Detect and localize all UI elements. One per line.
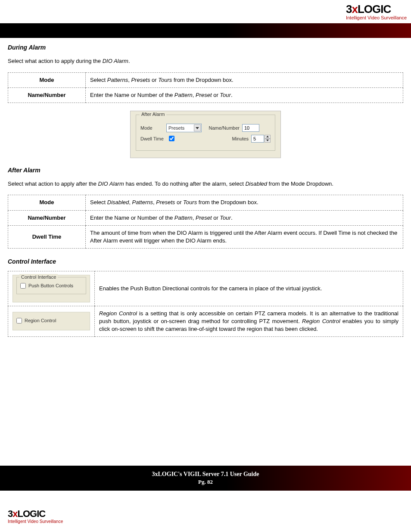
during-alarm-table: Mode Select Patterns, Presets or Tours f…	[8, 72, 403, 103]
after-alarm-table: Mode Select Disabled, Patterns, Presets …	[8, 195, 403, 249]
section-title-during-alarm: During Alarm	[8, 44, 403, 51]
section-title-control-interface: Control Interface	[8, 258, 403, 265]
region-control-mock-panel: Region Control	[12, 312, 90, 330]
spin-up-icon[interactable]	[265, 135, 271, 139]
push-button-desc: Enables the Push Button Directional cont…	[95, 271, 403, 306]
region-control-checkbox[interactable]	[16, 318, 22, 324]
footer-page: Pg. 82	[198, 479, 213, 485]
svg-marker-0	[196, 127, 199, 129]
table-row: Region Control Region Control is a setti…	[8, 306, 403, 337]
table-row: Name/Number Enter the Name or Number of …	[8, 210, 403, 225]
logo-tagline: Intelligent Video Surveillance	[346, 16, 407, 20]
row-desc-mode: Select Disabled, Patterns, Presets or To…	[86, 195, 403, 210]
table-row: Dwell Time The amount of time from when …	[8, 225, 403, 248]
after-alarm-fieldset: After Alarm Mode Presets Name/Number Dwe…	[136, 115, 275, 151]
row-label-name-number: Name/Number	[8, 87, 86, 103]
footer-logo: 3xLOGIC Intelligent Video Surveillance	[8, 509, 63, 524]
row-label-dwell-time: Dwell Time	[8, 225, 86, 248]
svg-marker-2	[266, 140, 269, 141]
logo-text-prefix: 3	[346, 3, 352, 16]
name-number-input[interactable]	[242, 124, 259, 132]
table-row: Control Interface Push Button Controls E…	[8, 271, 403, 306]
during-alarm-intro: Select what action to apply during the D…	[8, 57, 403, 65]
brand-logo: 3xLOGIC Intelligent Video Surveillance	[346, 3, 407, 20]
row-desc-dwell-time: The amount of time from when the DIO Ala…	[86, 225, 403, 248]
minutes-input[interactable]	[251, 135, 264, 143]
minutes-label: Minutes	[218, 136, 251, 141]
region-control-desc: Region Control is a setting that is only…	[95, 306, 403, 337]
header: 3xLOGIC Intelligent Video Surveillance	[0, 0, 411, 21]
row-desc-name-number: Enter the Name or Number of the Pattern,…	[86, 87, 403, 103]
mode-label: Mode	[140, 125, 166, 131]
spin-down-icon[interactable]	[265, 139, 271, 143]
region-control-mock-cell: Region Control	[8, 306, 95, 337]
dwell-time-label: Dwell Time	[140, 136, 166, 141]
table-row: Mode Select Disabled, Patterns, Presets …	[8, 195, 403, 210]
push-button-mock-panel: Control Interface Push Button Controls	[12, 275, 90, 302]
svg-marker-1	[266, 136, 269, 137]
row-label-name-number: Name/Number	[8, 210, 86, 225]
footer-title: 3xLOGIC's VIGIL Server 7.1 User Guide	[152, 471, 259, 478]
control-interface-table: Control Interface Push Button Controls E…	[8, 271, 403, 337]
fieldset-title: After Alarm	[140, 112, 166, 117]
fieldset-title: Control Interface	[19, 274, 58, 280]
push-button-mock-cell: Control Interface Push Button Controls	[8, 271, 95, 306]
mode-dropdown-value: Presets	[168, 125, 184, 131]
minutes-spinner[interactable]	[251, 135, 271, 143]
after-alarm-mock-wrap: After Alarm Mode Presets Name/Number Dwe…	[8, 111, 403, 158]
header-band	[0, 23, 411, 38]
region-control-checkbox-label[interactable]: Region Control	[16, 317, 86, 324]
table-row: Mode Select Patterns, Presets or Tours f…	[8, 72, 403, 87]
logo-text-mid: x	[352, 3, 357, 16]
mode-dropdown[interactable]: Presets	[166, 124, 202, 132]
push-button-checkbox-label[interactable]: Push Button Controls	[20, 283, 82, 289]
after-alarm-mock-panel: After Alarm Mode Presets Name/Number Dwe…	[130, 111, 281, 158]
control-interface-fieldset: Control Interface Push Button Controls	[16, 277, 86, 294]
logo-text-suffix: LOGIC	[358, 3, 391, 16]
after-alarm-intro: Select what action to apply after the DI…	[8, 180, 403, 188]
row-desc-name-number: Enter the Name or Number of the Pattern,…	[86, 210, 403, 225]
footer-band: 3xLOGIC's VIGIL Server 7.1 User Guide Pg…	[0, 466, 411, 491]
dwell-time-checkbox[interactable]	[169, 136, 174, 141]
row-label-mode: Mode	[8, 195, 86, 210]
chevron-down-icon[interactable]	[194, 124, 201, 131]
name-number-label: Name/Number	[209, 125, 242, 131]
section-title-after-alarm: After Alarm	[8, 167, 403, 174]
table-row: Name/Number Enter the Name or Number of …	[8, 87, 403, 103]
row-label-mode: Mode	[8, 72, 86, 87]
row-desc-mode: Select Patterns, Presets or Tours from t…	[86, 72, 403, 87]
push-button-checkbox[interactable]	[20, 283, 26, 289]
